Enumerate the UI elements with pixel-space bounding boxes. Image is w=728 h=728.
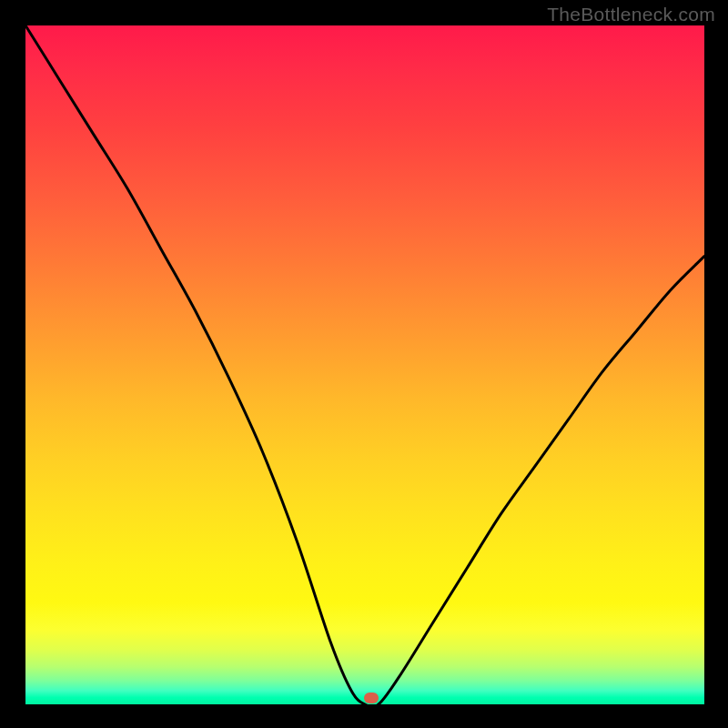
bottleneck-curve — [25, 25, 704, 704]
watermark-text: TheBottleneck.com — [547, 4, 715, 25]
chart-plot-area — [25, 25, 704, 704]
minimum-marker — [364, 693, 379, 703]
